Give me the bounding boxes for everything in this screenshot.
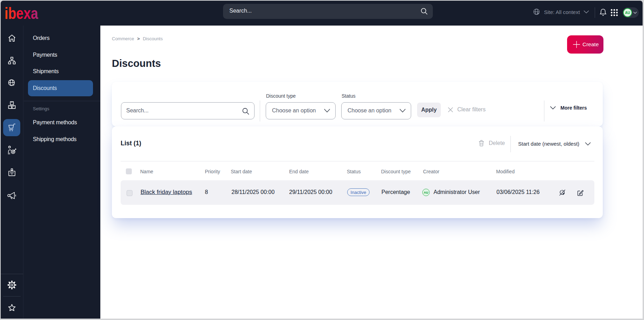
svg-text:ibexa: ibexa	[5, 6, 38, 21]
